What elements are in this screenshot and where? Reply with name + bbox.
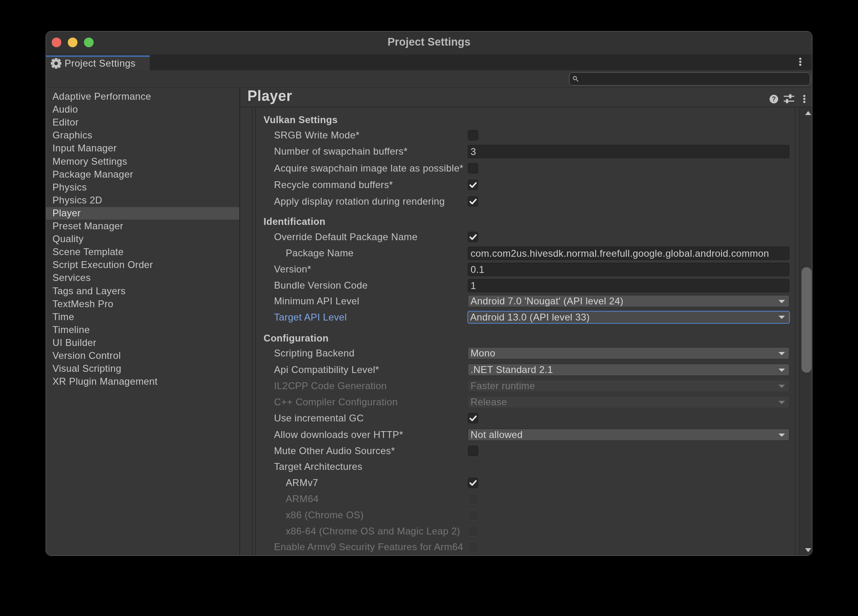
svg-text:?: ?: [772, 96, 776, 103]
